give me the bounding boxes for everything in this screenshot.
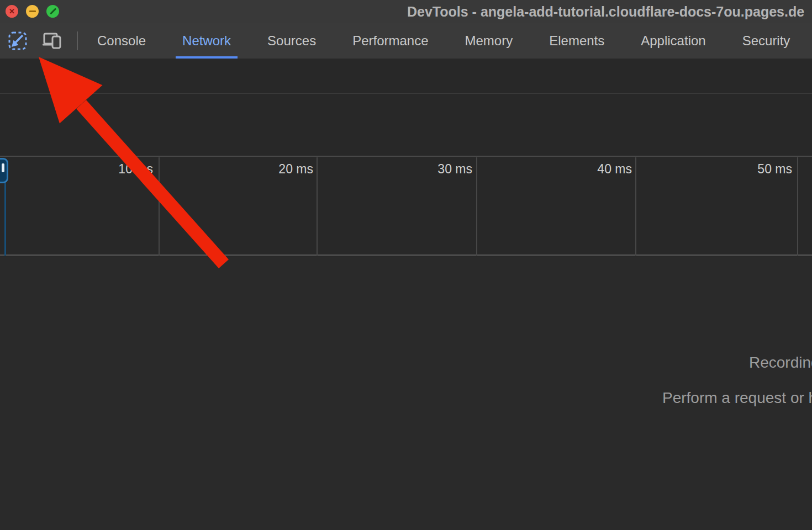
- zoom-window-button[interactable]: [46, 5, 59, 18]
- window-title: DevTools - angela-add-tutorial.cloudflar…: [407, 4, 804, 20]
- close-window-button[interactable]: ✕: [6, 5, 18, 18]
- tab-security[interactable]: Security: [742, 23, 790, 59]
- network-filter-bar-row2: Blocked requests 3rd-party requests: [0, 125, 812, 157]
- timeline-tick-label: 10 ms: [70, 162, 153, 177]
- minimize-window-button[interactable]: [26, 5, 39, 18]
- tab-sources[interactable]: Sources: [267, 23, 316, 59]
- network-toolbar: Preserve log Disable cache No throttling…: [0, 59, 812, 94]
- minimize-icon: [29, 10, 36, 12]
- zoom-icon: [50, 8, 56, 15]
- tab-memory[interactable]: Memory: [465, 23, 513, 59]
- clipped-blue-line: [4, 183, 6, 256]
- tab-application[interactable]: Application: [641, 23, 705, 59]
- timeline-gridline: [317, 157, 318, 256]
- clipped-blue-widget: [0, 158, 8, 183]
- timeline-tick-label: 50 ms: [709, 162, 792, 177]
- timeline-tick-label: 30 ms: [389, 162, 472, 177]
- perform-request-hint-text: Perform a request or hit ⌘R to record th…: [662, 389, 812, 407]
- timeline-tick-label: 20 ms: [230, 162, 313, 177]
- blue-widget-detail: [2, 163, 4, 172]
- recording-status-text: Recording network activity…: [749, 354, 812, 372]
- titlebar: ✕ DevTools - angela-add-tutorial.cloudfl…: [0, 0, 812, 23]
- devtools-tabbar: Console Network Sources Performance Memo…: [0, 23, 812, 59]
- timeline-gridline: [635, 157, 636, 256]
- tab-network[interactable]: Network: [182, 23, 231, 59]
- tab-elements[interactable]: Elements: [549, 23, 604, 59]
- timeline-gridline: [797, 157, 798, 256]
- panel-tabs: Console Network Sources Performance Memo…: [0, 23, 812, 59]
- timeline-gridline: [476, 157, 477, 256]
- close-icon: ✕: [9, 8, 15, 15]
- timeline-gridline: [159, 157, 160, 256]
- timeline-tick-label: 40 ms: [549, 162, 632, 177]
- devtools-window: ✕ DevTools - angela-add-tutorial.cloudfl…: [0, 0, 812, 530]
- tab-console[interactable]: Console: [97, 23, 146, 59]
- tab-performance[interactable]: Performance: [352, 23, 428, 59]
- network-filter-bar: Invert Hide data URLs Hide extension URL…: [0, 94, 812, 125]
